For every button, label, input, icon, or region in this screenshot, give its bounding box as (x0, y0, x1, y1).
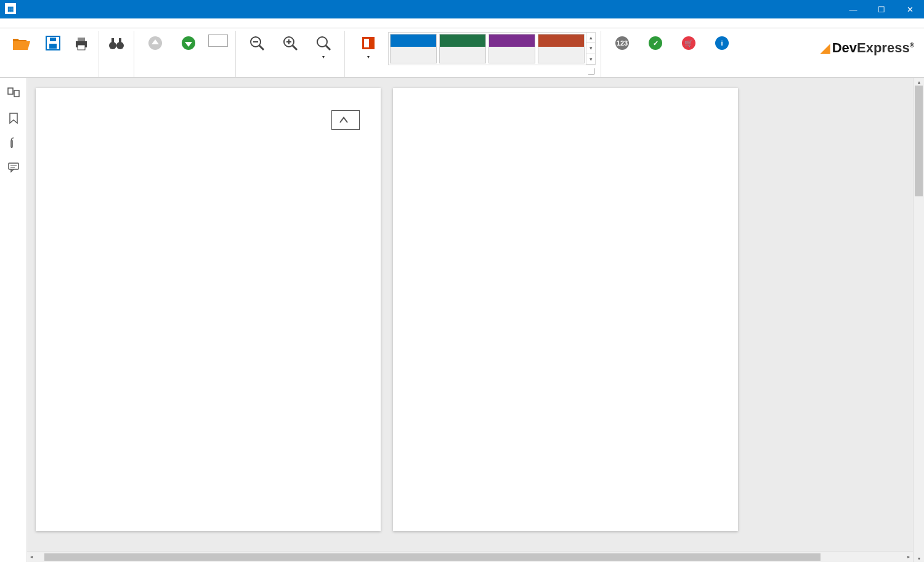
zoom-in-icon (280, 33, 300, 53)
svg-rect-24 (14, 90, 19, 97)
get-free-support-button[interactable]: ✓ (639, 32, 671, 55)
maximize-button[interactable]: ☐ (867, 0, 896, 18)
skin-red[interactable] (538, 34, 585, 63)
open-button[interactable] (5, 32, 37, 55)
color-scheme-dropdown[interactable]: ▾ (350, 32, 387, 61)
ribbon-tabs (0, 18, 924, 28)
print-icon (71, 33, 91, 53)
svg-rect-4 (78, 38, 85, 41)
group-devexpress-label (606, 73, 738, 76)
group-skins-label (350, 73, 596, 76)
getting-started-button[interactable]: 123 (606, 32, 638, 55)
svg-rect-8 (111, 38, 114, 43)
northwind-logo (331, 110, 360, 130)
previous-page-button[interactable] (139, 32, 171, 55)
skin-blue[interactable] (390, 34, 437, 63)
binoculars-icon (107, 33, 126, 53)
pdf-page-1 (36, 88, 381, 531)
group-navigation-label (139, 73, 230, 76)
comments-icon[interactable] (7, 161, 20, 174)
skin-gallery[interactable] (388, 32, 586, 65)
skin-gallery-scroll[interactable]: ▴▾▾ (586, 32, 596, 65)
svg-rect-25 (9, 163, 18, 169)
cart-icon: 🛒 (679, 33, 699, 53)
check-icon: ✓ (646, 33, 665, 53)
horizontal-scrollbar[interactable]: ◂ ▸ (27, 551, 913, 562)
pdf-page-2 (393, 88, 738, 531)
info-icon: i (712, 33, 732, 53)
skin-purple[interactable] (488, 34, 535, 63)
side-toolbar (0, 78, 27, 562)
next-page-button[interactable] (172, 32, 205, 55)
page-number-input[interactable] (208, 34, 228, 47)
svg-line-20 (326, 46, 330, 50)
svg-point-19 (317, 37, 327, 47)
dialog-launcher-icon[interactable] (588, 68, 594, 74)
thumbnails-icon[interactable] (7, 87, 20, 100)
svg-rect-5 (78, 45, 85, 50)
bookmark-icon[interactable] (7, 111, 20, 125)
document-viewer[interactable] (27, 78, 913, 551)
devexpress-logo: ◢DevExpress® (821, 31, 924, 77)
svg-rect-9 (119, 38, 121, 43)
about-button[interactable]: i (706, 32, 738, 55)
svg-rect-22 (364, 39, 369, 47)
chevron-down-icon: ▾ (367, 54, 370, 60)
svg-line-16 (293, 46, 297, 50)
group-zoom-label (241, 73, 339, 76)
find-button[interactable] (104, 32, 129, 55)
vertical-scrollbar[interactable]: ▴▾ (913, 78, 924, 562)
app-icon: ▦ (5, 3, 16, 14)
magnifier-icon (314, 33, 333, 53)
title-bar: ▦ — ☐ ✕ (0, 0, 924, 18)
zoom-in-button[interactable] (274, 32, 306, 55)
save-icon (43, 33, 63, 53)
attachment-icon[interactable] (7, 136, 20, 150)
office-icon (359, 33, 378, 53)
save-as-button[interactable] (38, 32, 68, 55)
minimize-button[interactable]: — (839, 0, 867, 18)
svg-line-13 (259, 46, 264, 50)
folder-open-icon (11, 33, 31, 53)
arrow-up-icon (145, 33, 165, 53)
badge-123-icon: 123 (612, 33, 632, 53)
print-button[interactable] (69, 32, 94, 55)
chevron-down-icon: ▾ (322, 54, 325, 60)
svg-rect-23 (8, 88, 13, 94)
buy-now-button[interactable]: 🛒 (673, 32, 705, 55)
zoom-out-button[interactable] (241, 32, 273, 55)
zoom-out-icon (247, 33, 267, 53)
zoom-dropdown-button[interactable]: ▾ (307, 32, 339, 61)
ribbon: ▾ ▾ ▴▾▾ 12 (0, 28, 924, 78)
skin-green[interactable] (439, 34, 486, 63)
group-file-label (5, 73, 94, 76)
svg-rect-1 (49, 44, 57, 49)
svg-rect-2 (50, 38, 56, 41)
close-button[interactable]: ✕ (896, 0, 924, 18)
group-find-label (104, 73, 129, 76)
arrow-down-icon (179, 33, 198, 53)
